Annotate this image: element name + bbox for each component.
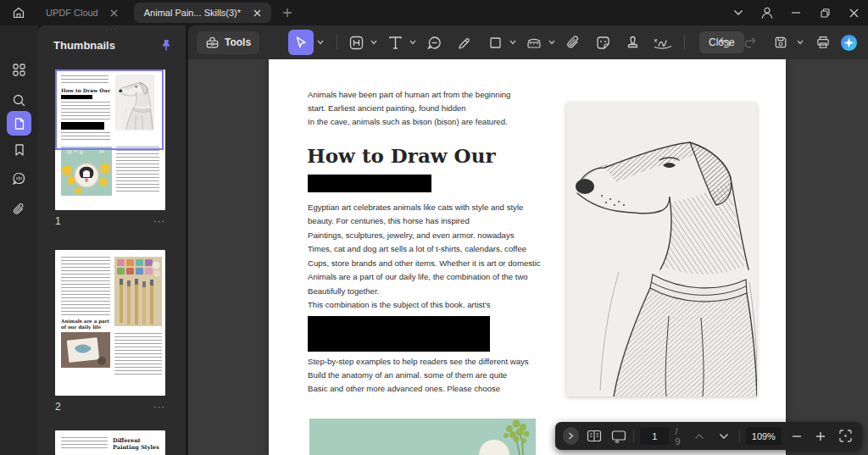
sidebar-item-bookmarks[interactable] — [7, 137, 31, 162]
next-page-button[interactable] — [715, 426, 733, 447]
highlighter-tool-button[interactable] — [453, 31, 476, 54]
chevron-down-icon — [733, 9, 743, 16]
edit-text-tool-button[interactable] — [345, 31, 367, 54]
paragraph-line: Animals have been part of human art from… — [308, 88, 510, 102]
grid-icon — [12, 63, 26, 77]
comment-tool-button[interactable] — [423, 31, 445, 54]
sidebar-item-apps[interactable] — [7, 58, 31, 82]
minimize-icon — [791, 8, 801, 18]
sidebar-item-search[interactable] — [7, 88, 31, 113]
titlebar-chevron-down-button[interactable] — [724, 1, 753, 25]
previous-page-button[interactable] — [690, 426, 709, 447]
sidebar-item-attachments[interactable] — [7, 197, 31, 222]
print-icon — [815, 35, 831, 50]
shape-tool-dropdown[interactable] — [508, 31, 518, 54]
thumbnail-menu-button[interactable]: ··· — [153, 216, 165, 226]
undo-button[interactable] — [714, 31, 736, 54]
zoom-level-input[interactable] — [746, 427, 782, 445]
close-tab-icon[interactable] — [107, 5, 122, 20]
paragraph-line: beauty. For centuries, this horse has in… — [308, 214, 470, 228]
tab-animal-painting-skills[interactable]: Animal Pain... Skills(3)* — [134, 3, 271, 23]
select-tool-button[interactable] — [288, 30, 314, 55]
sidebar-item-thumbnails[interactable] — [7, 111, 31, 136]
panel-resize-handle[interactable]: ··· — [38, 25, 186, 32]
thumb-brushes-photo — [114, 257, 162, 330]
page-title: How to Draw Our — [307, 144, 496, 167]
zoom-out-button[interactable] — [787, 426, 806, 447]
paragraph-line: Paintings, sculptures, jewelry, and even… — [308, 229, 515, 242]
restore-button[interactable] — [810, 1, 839, 25]
thumb-heading: Different Painting Styles — [113, 437, 159, 451]
print-button[interactable] — [812, 31, 834, 54]
sidebar-item-comments[interactable] — [7, 166, 31, 191]
updf-ai-button[interactable] — [837, 31, 860, 54]
tab-label: Animal Pain... Skills(3)* — [144, 8, 241, 18]
page-layout-button[interactable] — [585, 426, 604, 447]
two-page-view-icon — [587, 430, 602, 442]
expand-statusbar-button[interactable] — [563, 427, 579, 445]
tools-button[interactable]: Tools — [197, 31, 259, 54]
chat-icon — [12, 171, 26, 186]
presentation-mode-button[interactable] — [609, 426, 628, 447]
sticker-tool-button[interactable] — [592, 31, 614, 54]
thumb-text-lines — [61, 132, 110, 141]
thumb-text-lines — [61, 257, 110, 316]
chevron-down-icon — [719, 433, 729, 440]
pin-panel-button[interactable] — [157, 36, 175, 54]
redo-button[interactable] — [739, 31, 761, 54]
ai-icon — [840, 34, 858, 52]
tab-label: UPDF Cloud — [46, 8, 98, 18]
tab-updf-cloud[interactable]: UPDF Cloud — [36, 3, 129, 23]
status-bar: / 9 — [555, 422, 862, 450]
paragraph-line: start. Earliest ancient painting, found … — [308, 102, 466, 115]
paragraph-line: Times, cat and dog art sells a lot of t-… — [308, 242, 526, 256]
close-window-button[interactable] — [839, 1, 868, 25]
toolbar-separator — [337, 35, 337, 50]
chevron-up-icon — [694, 433, 704, 440]
measure-tool-button[interactable] — [523, 31, 545, 54]
cursor-icon — [294, 36, 308, 49]
main-card: Tools — [188, 25, 868, 455]
text-tool-dropdown[interactable] — [408, 31, 418, 54]
thumb-text-lines — [61, 437, 108, 451]
tools-label: Tools — [225, 36, 251, 48]
document-icon — [13, 117, 26, 130]
thumb-text-lines — [114, 333, 162, 377]
redacted-text-block — [308, 316, 490, 352]
minus-icon — [792, 431, 802, 441]
thumb-text-lines — [61, 102, 110, 119]
minimize-button[interactable] — [782, 1, 810, 25]
home-button[interactable] — [7, 3, 31, 23]
panel-title: Thumbnails — [53, 39, 115, 52]
plus-icon — [282, 8, 292, 18]
undo-icon — [717, 35, 732, 50]
save-dropdown[interactable] — [795, 31, 805, 54]
zoom-in-button[interactable] — [812, 426, 831, 447]
restore-icon — [820, 8, 831, 19]
signature-tool-button[interactable] — [649, 31, 676, 54]
shape-tool-button[interactable] — [484, 31, 506, 54]
edit-text-dropdown[interactable] — [369, 31, 379, 54]
sticker-icon — [595, 35, 611, 51]
close-tab-icon[interactable] — [249, 5, 264, 20]
page-number-input[interactable] — [640, 427, 669, 445]
thumbnail-page-3[interactable]: Different Painting Styles — [55, 430, 165, 455]
statusbar-separator — [739, 430, 740, 443]
paragraph-line: Egyptian art celebrates animals like cat… — [308, 201, 523, 214]
new-tab-button[interactable] — [278, 3, 297, 22]
measure-tool-dropdown[interactable] — [547, 31, 557, 54]
document-area[interactable]: Animals have been part of human art from… — [188, 59, 868, 455]
thumbnail-page-1[interactable]: How to Draw Our — [55, 69, 165, 210]
attach-file-tool-button[interactable] — [562, 31, 584, 54]
thumbnail-menu-button[interactable]: ··· — [153, 402, 165, 412]
account-button[interactable] — [753, 1, 782, 25]
page-total-label: / 9 — [675, 426, 684, 447]
fit-to-screen-button[interactable] — [836, 426, 854, 447]
redo-icon — [743, 35, 758, 50]
select-tool-dropdown[interactable] — [315, 31, 326, 54]
thumbnail-page-2[interactable]: Animals are a part of our daily life — [55, 250, 165, 396]
save-button[interactable] — [770, 31, 792, 54]
heading-icon — [348, 35, 364, 51]
text-tool-button[interactable] — [384, 31, 406, 54]
stamp-tool-button[interactable] — [621, 31, 643, 54]
